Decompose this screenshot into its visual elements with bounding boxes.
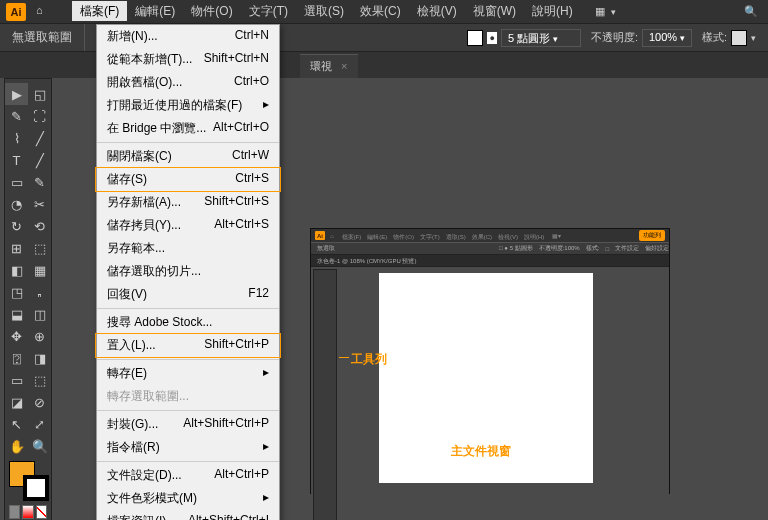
tool-20[interactable]: ⬓ bbox=[5, 303, 28, 325]
document-tab[interactable]: 環視 × bbox=[300, 54, 358, 78]
tool-6[interactable]: T bbox=[5, 149, 28, 171]
tool-31[interactable]: ⤢ bbox=[28, 413, 51, 435]
mini-document-tab: 水色卷-1 @ 108% (CMYK/GPU 預覽) bbox=[311, 255, 669, 267]
menu-編輯[interactable]: 編輯(E) bbox=[127, 1, 183, 21]
mini-menu-item: 物件(O) bbox=[390, 234, 417, 240]
brush-preset-select[interactable]: 5 點圓形 bbox=[501, 29, 581, 47]
mini-home-icon: ⌂ bbox=[327, 233, 337, 239]
mini-menubar: Ai ⌂ 檔案(F)編輯(E)物件(O)文字(T)選取(S)效果(C)檢視(V)… bbox=[311, 229, 669, 243]
callout-line bbox=[339, 357, 349, 358]
tool-33[interactable]: 🔍 bbox=[28, 435, 51, 457]
file-menu-item[interactable]: 另存新檔(A)...Shift+Ctrl+S bbox=[97, 191, 279, 214]
tool-28[interactable]: ◪ bbox=[5, 391, 28, 413]
mini-noselect: 無選取 bbox=[317, 244, 335, 253]
file-menu-item[interactable]: 新增(N)...Ctrl+N bbox=[97, 25, 279, 48]
callout-canvas-label: 主文件視窗 bbox=[451, 443, 511, 460]
file-menu-item[interactable]: 置入(L)...Shift+Ctrl+P bbox=[97, 334, 279, 357]
file-menu-item[interactable]: 文件色彩模式(M)▸ bbox=[97, 487, 279, 510]
tool-24[interactable]: ⍰ bbox=[5, 347, 28, 369]
file-menu-item[interactable]: 搜尋 Adobe Stock... bbox=[97, 311, 279, 334]
close-icon[interactable]: × bbox=[341, 60, 347, 72]
app-logo-icon: Ai bbox=[6, 3, 26, 21]
menubar: Ai ⌂ 檔案(F)編輯(E)物件(O)文字(T)選取(S)效果(C)檢視(V)… bbox=[0, 0, 768, 24]
mini-tools-panel bbox=[313, 269, 337, 520]
home-icon[interactable]: ⌂ bbox=[36, 4, 52, 20]
layout-caret-icon[interactable]: ▾ bbox=[611, 7, 616, 17]
tools-panel: ▶◱✎⛶⌇╱T╱▭✎◔✂↻⟲⊞⬚◧▦◳᎔⬓◫✥⊕⍰◨▭⬚◪⊘↖⤢✋🔍 bbox=[4, 78, 52, 520]
file-menu-item[interactable]: 在 Bridge 中瀏覽...Alt+Ctrl+O bbox=[97, 117, 279, 140]
file-menu-item[interactable]: 封裝(G)...Alt+Shift+Ctrl+P bbox=[97, 413, 279, 436]
tool-27[interactable]: ⬚ bbox=[28, 369, 51, 391]
mini-op-val: 100% bbox=[564, 245, 579, 251]
file-menu-item[interactable]: 回復(V)F12 bbox=[97, 283, 279, 306]
tool-12[interactable]: ↻ bbox=[5, 215, 28, 237]
tool-3[interactable]: ⛶ bbox=[28, 105, 51, 127]
tool-30[interactable]: ↖ bbox=[5, 413, 28, 435]
tool-4[interactable]: ⌇ bbox=[5, 127, 28, 149]
file-menu-item[interactable]: 文件設定(D)...Alt+Ctrl+P bbox=[97, 464, 279, 487]
color-mode-solid[interactable] bbox=[9, 505, 20, 519]
tool-0[interactable]: ▶ bbox=[5, 83, 28, 105]
file-menu-item[interactable]: 從範本新增(T)...Shift+Ctrl+N bbox=[97, 48, 279, 71]
tool-14[interactable]: ⊞ bbox=[5, 237, 28, 259]
tool-16[interactable]: ◧ bbox=[5, 259, 28, 281]
menu-說明[interactable]: 說明(H) bbox=[524, 1, 581, 21]
tool-32[interactable]: ✋ bbox=[5, 435, 28, 457]
mini-style: 樣式: bbox=[586, 244, 600, 253]
mini-op-label: 不透明度: bbox=[539, 245, 565, 251]
menu-選取[interactable]: 選取(S) bbox=[296, 1, 352, 21]
mini-control-bar: 無選取 □ ● 5 點圓形 不透明度:100% 樣式: □ 文件設定 偏好設定 bbox=[311, 243, 669, 255]
menu-檔案[interactable]: 檔案(F) bbox=[72, 1, 127, 21]
mini-menu-item: 效果(C) bbox=[469, 234, 495, 240]
tool-25[interactable]: ◨ bbox=[28, 347, 51, 369]
fill-stroke-control[interactable] bbox=[9, 461, 49, 501]
tool-19[interactable]: ᎔ bbox=[28, 281, 51, 303]
file-menu-item[interactable]: 轉存(E)▸ bbox=[97, 362, 279, 385]
file-menu-item[interactable]: 儲存拷貝(Y)...Alt+Ctrl+S bbox=[97, 214, 279, 237]
mini-app-logo-icon: Ai bbox=[315, 231, 325, 240]
file-menu-item[interactable]: 開啟舊檔(O)...Ctrl+O bbox=[97, 71, 279, 94]
file-menu-item[interactable]: 指令檔(R)▸ bbox=[97, 436, 279, 459]
tool-13[interactable]: ⟲ bbox=[28, 215, 51, 237]
tool-5[interactable]: ╱ bbox=[28, 127, 51, 149]
tool-7[interactable]: ╱ bbox=[28, 149, 51, 171]
file-menu-item[interactable]: 打開最近使用過的檔案(F)▸ bbox=[97, 94, 279, 117]
selection-indicator: 無選取範圍 bbox=[0, 24, 85, 51]
tool-9[interactable]: ✎ bbox=[28, 171, 51, 193]
color-mode-none[interactable] bbox=[36, 505, 47, 519]
file-menu-item[interactable]: 另存範本... bbox=[97, 237, 279, 260]
menu-文字[interactable]: 文字(T) bbox=[241, 1, 296, 21]
tool-21[interactable]: ◫ bbox=[28, 303, 51, 325]
tool-22[interactable]: ✥ bbox=[5, 325, 28, 347]
tool-10[interactable]: ◔ bbox=[5, 193, 28, 215]
style-swatch[interactable] bbox=[731, 30, 747, 46]
tool-17[interactable]: ▦ bbox=[28, 259, 51, 281]
tool-15[interactable]: ⬚ bbox=[28, 237, 51, 259]
tool-23[interactable]: ⊕ bbox=[28, 325, 51, 347]
tool-29[interactable]: ⊘ bbox=[28, 391, 51, 413]
file-menu-dropdown: 新增(N)...Ctrl+N從範本新增(T)...Shift+Ctrl+N開啟舊… bbox=[96, 24, 280, 520]
file-menu-item[interactable]: 關閉檔案(C)Ctrl+W bbox=[97, 145, 279, 168]
menu-檢視[interactable]: 檢視(V) bbox=[409, 1, 465, 21]
tool-8[interactable]: ▭ bbox=[5, 171, 28, 193]
file-menu-item[interactable]: 檔案資訊(I)...Alt+Shift+Ctrl+I bbox=[97, 510, 279, 520]
menu-物件[interactable]: 物件(O) bbox=[183, 1, 240, 21]
tool-1[interactable]: ◱ bbox=[28, 83, 51, 105]
file-menu-item: 轉存選取範圍... bbox=[97, 385, 279, 408]
menu-視窗[interactable]: 視窗(W) bbox=[465, 1, 524, 21]
mini-stroke: 5 點圓形 bbox=[510, 245, 533, 251]
tool-2[interactable]: ✎ bbox=[5, 105, 28, 127]
opacity-input[interactable]: 100% bbox=[642, 29, 692, 47]
menu-效果[interactable]: 效果(C) bbox=[352, 1, 409, 21]
tool-26[interactable]: ▭ bbox=[5, 369, 28, 391]
stroke-swatch[interactable] bbox=[467, 30, 483, 46]
callout-toolbar-label: 工具列 bbox=[351, 351, 387, 368]
stroke-swatch-tool[interactable] bbox=[23, 475, 49, 501]
layout-grid-icon[interactable]: ▦ bbox=[595, 5, 605, 18]
file-menu-item[interactable]: 儲存(S)Ctrl+S bbox=[97, 168, 279, 191]
file-menu-item[interactable]: 儲存選取的切片... bbox=[97, 260, 279, 283]
search-icon[interactable]: 🔍 bbox=[744, 5, 758, 18]
tool-11[interactable]: ✂ bbox=[28, 193, 51, 215]
tool-18[interactable]: ◳ bbox=[5, 281, 28, 303]
color-mode-gradient[interactable] bbox=[22, 505, 33, 519]
